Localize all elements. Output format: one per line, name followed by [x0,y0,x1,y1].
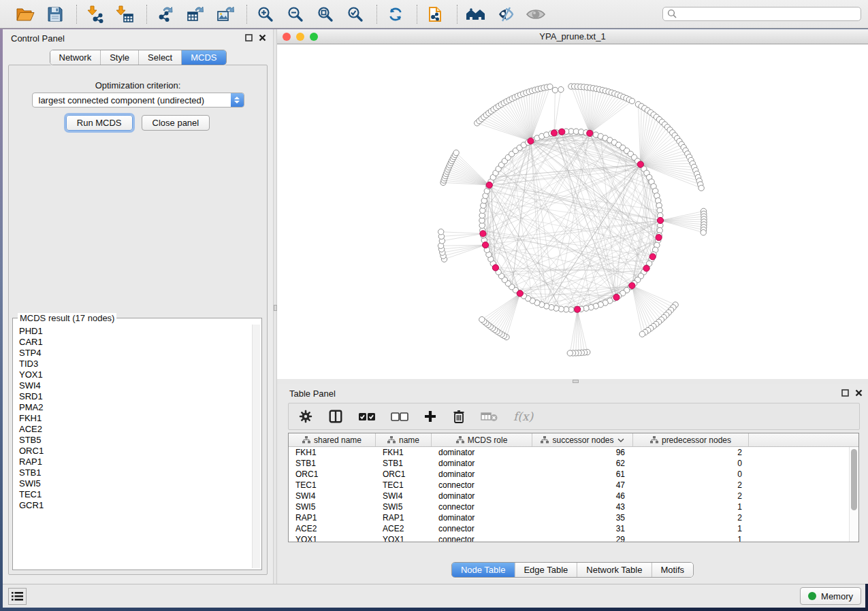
tab-select[interactable]: Select [138,50,181,65]
criterion-select[interactable]: largest connected component (undirected) [32,93,244,108]
mcds-node[interactable] [575,306,581,312]
search-input[interactable] [677,8,861,20]
tab-style[interactable]: Style [100,50,138,65]
delete-table-icon[interactable] [481,406,498,427]
show-panel-button[interactable] [8,588,27,605]
mcds-node[interactable] [517,291,523,297]
window-close-icon[interactable] [283,33,291,41]
table-row[interactable]: SWI4SWI4dominator462 [289,491,849,501]
column-header-predecessor-nodes[interactable]: predecessor nodes [633,433,749,446]
mcds-node[interactable] [587,130,593,136]
close-panel-icon[interactable] [259,34,266,42]
close-panel-icon[interactable] [855,389,863,397]
network-node[interactable] [552,87,558,93]
mcds-node[interactable] [629,282,635,288]
zoom-selected-icon[interactable] [344,3,367,25]
mcds-node[interactable] [656,234,662,240]
mcds-node[interactable] [559,129,565,135]
float-panel-icon[interactable] [245,34,253,42]
table-row[interactable]: STB1STB1dominator620 [289,458,849,469]
mcds-result-item[interactable]: STP4 [14,348,251,359]
refresh-icon[interactable] [384,3,407,25]
network-node[interactable] [639,331,645,337]
save-icon[interactable] [44,3,67,25]
mcds-result-item[interactable]: TEC1 [14,489,251,500]
mcds-result-item[interactable]: STB1 [14,467,251,478]
mcds-result-item[interactable]: SWI5 [14,478,251,489]
import-table-icon[interactable] [114,3,137,25]
network-node[interactable] [698,185,704,191]
table-row[interactable]: ORC1ORC1dominator610 [289,469,849,480]
mcds-node[interactable] [482,242,488,248]
run-mcds-button[interactable]: Run MCDS [66,115,133,131]
mcds-node[interactable] [657,217,663,223]
mcds-result-item[interactable]: ORC1 [14,446,251,457]
mcds-result-item[interactable]: TID3 [14,359,251,369]
close-panel-button[interactable]: Close panel [142,115,210,131]
table-row[interactable]: FKH1FKH1dominator962 [289,447,849,458]
table-row[interactable]: YOX1YOX1connector291 [289,534,849,542]
float-panel-icon[interactable] [841,389,849,397]
import-network-icon[interactable] [84,3,107,25]
tab-node-table[interactable]: Node Table [452,563,515,577]
mcds-result-list[interactable]: PHD1CAR1STP4TID3YOX1SWI4SRD1PMA2FKH1ACE2… [14,326,251,568]
select-all-icon[interactable] [358,406,376,427]
zoom-in-icon[interactable] [254,3,277,25]
memory-button[interactable]: Memory [800,587,861,605]
mcds-result-item[interactable]: YOX1 [14,369,251,380]
horizontal-splitter[interactable] [277,379,868,384]
network-node[interactable] [558,86,564,92]
deselect-all-icon[interactable] [391,406,408,427]
export-image-icon[interactable] [214,3,237,25]
column-header-successor-nodes[interactable]: successor nodes [532,433,633,446]
mcds-node[interactable] [480,231,486,237]
mcds-result-item[interactable]: STB5 [14,435,251,446]
add-icon[interactable] [423,406,437,427]
table-row[interactable]: TEC1TEC1connector472 [289,480,849,491]
mcds-node[interactable] [528,138,534,144]
mcds-node[interactable] [492,265,498,271]
network-node[interactable] [453,150,459,155]
mcds-result-item[interactable]: PMA2 [14,402,251,413]
toggle-graphics-details-icon[interactable] [494,3,517,25]
network-node[interactable] [479,316,485,322]
column-header-shared-name[interactable]: shared name [289,433,376,446]
mcds-node[interactable] [613,294,620,300]
network-graph[interactable] [277,45,868,379]
tab-network[interactable]: Network [50,50,100,65]
network-node[interactable] [547,84,553,89]
mcds-node[interactable] [637,161,643,167]
window-zoom-icon[interactable] [310,33,318,41]
zoom-fit-icon[interactable] [314,3,337,25]
tab-edge-table[interactable]: Edge Table [514,563,577,577]
tab-mcds[interactable]: MCDS [181,50,225,65]
mcds-result-item[interactable]: SRD1 [14,391,251,402]
mcds-result-item[interactable]: SWI4 [14,380,251,391]
network-node[interactable] [567,350,573,356]
delete-icon[interactable] [452,406,466,427]
settings-icon[interactable] [298,406,313,427]
network-document-icon[interactable] [424,3,447,25]
columns-icon[interactable] [328,406,343,427]
table-scrollbar[interactable] [849,447,858,542]
mcds-node[interactable] [643,265,649,271]
home-icon[interactable] [464,3,487,25]
table-row[interactable]: RAP1RAP1dominator352 [289,512,849,523]
table-row[interactable]: SWI5SWI5connector431 [289,501,849,512]
export-network-icon[interactable] [154,3,177,25]
mcds-result-item[interactable]: CAR1 [14,337,251,348]
zoom-out-icon[interactable] [284,3,307,25]
mcds-result-item[interactable]: GCR1 [14,500,251,511]
table-row[interactable]: ACE2ACE2connector311 [289,523,849,534]
mcds-scrollbar[interactable] [252,325,260,568]
splitter-grip[interactable] [573,380,579,383]
mcds-result-item[interactable]: RAP1 [14,457,251,467]
mcds-result-item[interactable]: PHD1 [14,326,251,337]
mcds-node[interactable] [551,130,557,136]
network-node[interactable] [629,98,634,103]
export-table-icon[interactable] [184,3,207,25]
network-canvas[interactable] [277,45,868,379]
column-header-name[interactable]: name [376,433,432,446]
tab-network-table[interactable]: Network Table [577,563,651,577]
mcds-node[interactable] [486,182,492,188]
